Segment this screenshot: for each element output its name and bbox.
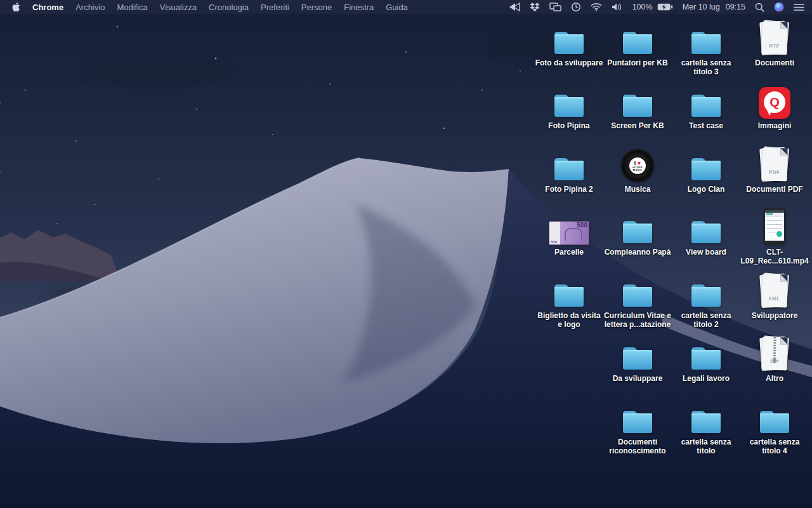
- fab-circle: [776, 231, 782, 237]
- icon-label: Curriculum Vitae e lettera p...atazione: [603, 312, 672, 329]
- video-thumbnail-icon: [764, 208, 785, 245]
- folder-icon: [690, 408, 723, 435]
- icon-label: Documenti PDF: [746, 185, 802, 194]
- menu-item-finestra[interactable]: Finestra: [344, 3, 374, 12]
- desktop-icon-clt-l09-rec-610-mp4[interactable]: CLT- L09_Rec...610.mp4: [740, 208, 809, 265]
- desktop-icon-documenti[interactable]: RTF Documenti: [740, 19, 809, 68]
- icon-label: Logo Clan: [688, 185, 725, 194]
- folder-icon: [621, 345, 654, 371]
- folder-icon: [690, 92, 723, 119]
- double-arrow-icon[interactable]: [509, 3, 520, 11]
- folder-icon: [621, 408, 654, 435]
- menu-bar: Chrome Archivio Modifica Visualizza Cron…: [0, 0, 812, 14]
- desktop-icon-documenti-pdf[interactable]: PDF Documenti PDF: [740, 145, 809, 194]
- desktop-icon-legali-lavoro[interactable]: Legali lavoro: [672, 335, 740, 384]
- apple-menu[interactable]: [11, 2, 20, 12]
- vinyl-line1: I ♥: [634, 160, 641, 166]
- menu-clock[interactable]: Mer 10 lug 09:15: [683, 3, 745, 11]
- folder-icon: [690, 345, 723, 371]
- menu-item-chrome[interactable]: Chrome: [32, 3, 63, 12]
- desktop-icon-curriculum-vitae-e-lettera-p-atazione[interactable]: Curriculum Vitae e lettera p...atazione: [603, 272, 672, 329]
- desktop-icon-puntatori-per-kb[interactable]: Puntatori per KB: [603, 19, 672, 68]
- menu-item-persone[interactable]: Persone: [301, 3, 332, 12]
- icon-label: Sviluppatore: [752, 312, 798, 321]
- desktop-icon-immagini[interactable]: Q Immagini: [740, 82, 809, 131]
- desktop-icon-altro[interactable]: ZIP Altro: [740, 335, 809, 384]
- folder-icon: [621, 92, 654, 119]
- siri-icon[interactable]: [774, 2, 784, 12]
- icon-label: CLT- L09_Rec...610.mp4: [740, 248, 808, 265]
- document-stack-icon: PDF: [760, 147, 789, 182]
- icon-label: Documenti: [755, 59, 794, 68]
- desktop-icon-test-case[interactable]: Test case: [672, 82, 740, 131]
- folder-icon: [621, 29, 654, 56]
- folder-icon: [621, 282, 654, 309]
- icon-label: Compleanno Papà: [605, 248, 671, 257]
- icon-label: Biglietto da visita e logo: [535, 312, 603, 329]
- desktop-icon-foto-pipina-2[interactable]: Foto Pipina 2: [535, 145, 603, 194]
- menu-time: 09:15: [726, 3, 745, 11]
- file-type-badge: RTF: [762, 43, 787, 50]
- icon-label: Foto da sviluppare: [535, 59, 603, 68]
- document-stack-icon: XML: [760, 273, 789, 309]
- desktop-icon-sviluppatore[interactable]: XML Sviluppatore: [740, 272, 809, 321]
- banknote-icon: 500 500: [549, 221, 589, 245]
- icon-label: Musica: [625, 185, 651, 194]
- desktop-icon-biglietto-da-visita-e-logo[interactable]: Biglietto da visita e logo: [535, 272, 603, 329]
- desktop-icon-cartella-senza-titolo-2[interactable]: cartella senza titolo 2: [672, 272, 740, 329]
- wifi-icon[interactable]: [591, 3, 602, 11]
- desktop-icon-logo-clan[interactable]: Logo Clan: [672, 145, 740, 194]
- battery-charging-icon[interactable]: [657, 3, 673, 11]
- folder-icon: [690, 156, 723, 182]
- desktop-icon-cartella-senza-titolo[interactable]: cartella senza titolo: [672, 398, 740, 455]
- dropbox-icon[interactable]: [530, 3, 540, 12]
- desktop-icon-view-board[interactable]: View board: [672, 208, 740, 257]
- desktop-icon-parcelle[interactable]: 500 500 Parcelle: [535, 208, 603, 257]
- folder-icon: [621, 218, 654, 245]
- desktop-icon-screen-per-kb[interactable]: Screen Per KB: [603, 82, 672, 131]
- apple-logo-icon: [11, 2, 20, 12]
- desktop-icon-musica[interactable]: I ♥ HOUSE MUSIC Musica: [603, 145, 672, 194]
- icon-label: Foto Pipina: [548, 122, 589, 131]
- menu-item-archivio[interactable]: Archivio: [75, 3, 105, 12]
- menu-item-preferiti[interactable]: Preferiti: [261, 3, 289, 12]
- icon-label: Puntatori per KB: [607, 59, 667, 68]
- quik-app-icon: Q: [759, 87, 790, 119]
- display-mirroring-icon[interactable]: [549, 3, 561, 12]
- desktop-icon-cartella-senza-titolo-3[interactable]: cartella senza titolo 3: [672, 19, 740, 76]
- desktop-icon-documenti-riconoscimento[interactable]: Documenti riconoscimento: [603, 398, 672, 455]
- folder-icon: [553, 282, 586, 309]
- desktop-icon-foto-da-sviluppare[interactable]: Foto da sviluppare: [535, 19, 603, 68]
- file-type-badge: PDF: [762, 170, 787, 176]
- desktop-icon-cartella-senza-titolo-4[interactable]: cartella senza titolo 4: [740, 398, 809, 455]
- menu-item-modifica[interactable]: Modifica: [117, 3, 147, 12]
- desktop-icon-foto-pipina[interactable]: Foto Pipina: [535, 82, 603, 131]
- battery-percent: 100%: [632, 3, 653, 11]
- notification-center-icon[interactable]: [794, 3, 804, 11]
- icon-label: View board: [686, 248, 726, 257]
- folder-icon: [758, 408, 791, 435]
- icon-label: Parcelle: [554, 248, 584, 257]
- icon-label: cartella senza titolo 4: [740, 438, 809, 455]
- icon-label: cartella senza titolo 3: [672, 59, 740, 76]
- desktop-icon-grid: Foto da sviluppare Puntatori per KB cart…: [0, 0, 812, 508]
- time-machine-icon[interactable]: [571, 2, 581, 12]
- vinyl-line3: MUSIC: [633, 169, 642, 171]
- banknote-value-big: 500: [577, 222, 587, 229]
- folder-icon: [690, 29, 723, 56]
- icon-label: Altro: [766, 375, 783, 384]
- icon-label: cartella senza titolo: [672, 438, 740, 455]
- folder-icon: [690, 282, 723, 309]
- menu-item-cronologia[interactable]: Cronologia: [209, 3, 249, 12]
- spotlight-icon[interactable]: [755, 3, 764, 12]
- menu-item-guida[interactable]: Guida: [386, 3, 408, 12]
- desktop-icon-compleanno-pap[interactable]: Compleanno Papà: [603, 208, 672, 257]
- desktop-icon-da-sviluppare[interactable]: Da sviluppare: [603, 335, 672, 384]
- document-stack-icon: RTF: [760, 20, 789, 56]
- menu-item-visualizza[interactable]: Visualizza: [160, 3, 197, 12]
- icon-label: Da sviluppare: [613, 375, 663, 384]
- volume-icon[interactable]: [612, 3, 623, 11]
- folder-icon: [553, 92, 586, 119]
- banknote-value-small: 500: [551, 240, 557, 244]
- folder-icon: [553, 156, 586, 182]
